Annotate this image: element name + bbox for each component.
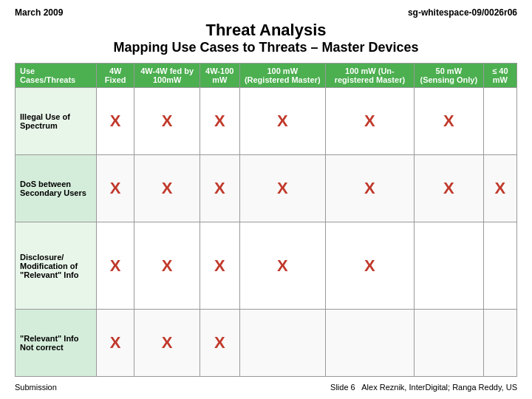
cell-1-0: X [97, 155, 134, 222]
cell-3-2: X [200, 309, 239, 376]
cell-3-4 [325, 309, 414, 376]
col-header-100mw-reg: 100 mW (Registered Master) [239, 64, 325, 88]
row-label-1: DoS between Secondary Users [16, 155, 97, 222]
cell-1-1: X [134, 155, 200, 222]
cell-0-0: X [97, 88, 134, 155]
cell-3-3 [239, 309, 325, 376]
col-header-4w100: 4W-100 mW [200, 64, 239, 88]
cell-1-5: X [414, 155, 483, 222]
cell-2-5 [414, 222, 483, 309]
cell-0-1: X [134, 88, 200, 155]
table-header-row: Use Cases/Threats 4W Fixed 4W-4W fed by … [16, 64, 517, 88]
col-header-50mw: 50 mW (Sensing Only) [414, 64, 483, 88]
cell-1-6: X [483, 155, 516, 222]
row-label-0: Illegal Use of Spectrum [16, 88, 97, 155]
cell-0-6 [483, 88, 516, 155]
cell-2-4: X [325, 222, 414, 309]
col-header-4w4w: 4W-4W fed by 100mW [134, 64, 200, 88]
col-header-40mw: ≤ 40 mW [483, 64, 516, 88]
footer-left: Submission [15, 383, 57, 392]
top-bar: March 2009 sg-whitespace-09/0026r06 [15, 7, 517, 18]
cell-3-5 [414, 309, 483, 376]
cell-2-3: X [239, 222, 325, 309]
table-row: DoS between Secondary UsersXXXXXXX [16, 155, 517, 222]
main-title: Threat Analysis Mapping Use Cases to Thr… [15, 21, 517, 55]
footer: Submission Slide 6 Alex Reznik, InterDig… [15, 383, 517, 392]
col-header-4w-fixed: 4W Fixed [97, 64, 134, 88]
slide-number: Slide 6 [330, 383, 355, 392]
table-row: "Relevant" Info Not correctXXX [16, 309, 517, 376]
row-label-3: "Relevant" Info Not correct [16, 309, 97, 376]
row-label-2: Disclosure/ Modification of "Relevant" I… [16, 222, 97, 309]
cell-0-4: X [325, 88, 414, 155]
threat-table: Use Cases/Threats 4W Fixed 4W-4W fed by … [15, 63, 517, 377]
cell-3-6 [483, 309, 516, 376]
cell-1-2: X [200, 155, 239, 222]
cell-2-0: X [97, 222, 134, 309]
footer-right: Slide 6 Alex Reznik, InterDigital; Ranga… [330, 383, 517, 392]
cell-0-2: X [200, 88, 239, 155]
col-header-100mw-unreg: 100 mW (Un-registered Master) [325, 64, 414, 88]
cell-3-1: X [134, 309, 200, 376]
cell-2-6 [483, 222, 516, 309]
doc-id-label: sg-whitespace-09/0026r06 [408, 7, 517, 18]
cell-0-5: X [414, 88, 483, 155]
cell-1-4: X [325, 155, 414, 222]
cell-2-1: X [134, 222, 200, 309]
col-header-use-cases: Use Cases/Threats [16, 64, 97, 88]
table-row: Disclosure/ Modification of "Relevant" I… [16, 222, 517, 309]
page: March 2009 sg-whitespace-09/0026r06 Thre… [0, 0, 532, 399]
cell-3-0: X [97, 309, 134, 376]
date-label: March 2009 [15, 7, 63, 18]
table-row: Illegal Use of SpectrumXXXXXX [16, 88, 517, 155]
cell-0-3: X [239, 88, 325, 155]
authors: Alex Reznik, InterDigital; Ranga Reddy, … [361, 383, 517, 392]
title-line2: Mapping Use Cases to Threats – Master De… [15, 40, 517, 55]
title-line1: Threat Analysis [15, 21, 517, 40]
cell-1-3: X [239, 155, 325, 222]
cell-2-2: X [200, 222, 239, 309]
